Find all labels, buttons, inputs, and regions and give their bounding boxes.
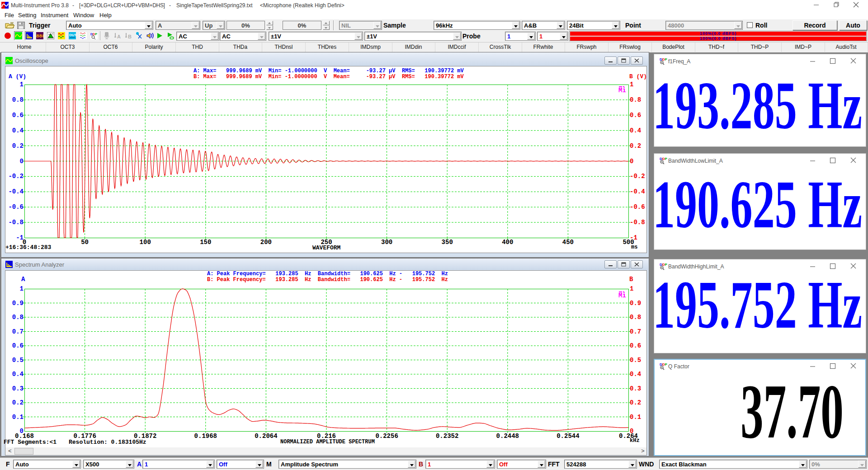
- svg-text:DDP: DDP: [660, 362, 668, 367]
- svg-text:A: A: [117, 34, 121, 39]
- svg-text:B: B: [128, 34, 132, 39]
- svg-text:888: 888: [36, 33, 43, 39]
- svg-text:DDP: DDP: [660, 157, 668, 161]
- svg-text:DUT: DUT: [69, 33, 76, 37]
- svg-text:DDP: DDP: [660, 263, 668, 267]
- svg-text:DDP: DDP: [90, 33, 97, 36]
- svg-text:DDP: DDP: [660, 57, 668, 61]
